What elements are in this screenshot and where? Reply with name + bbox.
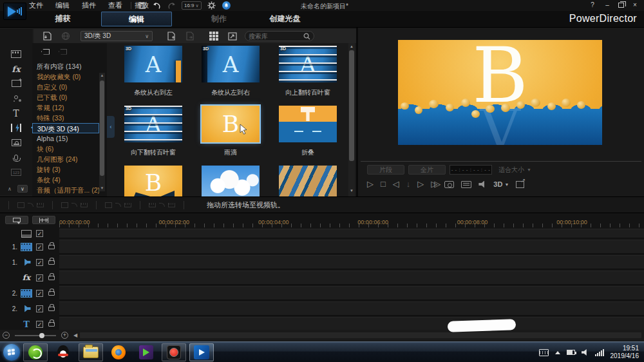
track-enable-checkbox[interactable]	[36, 321, 43, 328]
mode-tab[interactable]: 捕获	[35, 12, 90, 26]
previous-frame-button[interactable]: ◁	[393, 178, 399, 191]
category-item[interactable]: 几何图形 (24)	[32, 154, 99, 164]
transition-item[interactable]: B 雨滴	[192, 104, 269, 164]
title-room-icon[interactable]	[3, 106, 30, 120]
mode-tab[interactable]: 制作	[190, 12, 248, 26]
taskbar-powerdirector-icon[interactable]	[189, 343, 214, 361]
timeline-lane[interactable]	[59, 255, 644, 269]
track-lock-icon[interactable]	[48, 291, 55, 296]
timeline-lane[interactable]	[59, 317, 644, 331]
apply-fade-group-icon[interactable]	[17, 202, 44, 208]
track-enable-checkbox[interactable]	[36, 243, 43, 251]
scrollbar-thumb[interactable]	[349, 50, 354, 161]
new-folder-icon[interactable]	[167, 32, 176, 41]
scroll-left-icon[interactable]: ◀	[73, 332, 77, 338]
track-enable-checkbox[interactable]	[36, 274, 43, 281]
taskbar-explorer-icon[interactable]	[79, 343, 103, 361]
movie-mode-button[interactable]: 全片	[408, 165, 446, 175]
track-lock-icon[interactable]	[48, 245, 55, 249]
minimize-button[interactable]: –	[603, 1, 611, 8]
rail-scroll-up-icon[interactable]: ∧	[5, 185, 15, 193]
zoom-out-icon[interactable]: −	[3, 332, 10, 339]
3d-mode-dropdown[interactable]: 3D ▼	[493, 180, 509, 188]
taskbar-360-browser-icon[interactable]	[23, 343, 48, 361]
apply-all-group-icon[interactable]	[105, 202, 131, 208]
category-item[interactable]: 条纹 (4)	[32, 175, 99, 185]
stop-button[interactable]: □	[381, 178, 386, 191]
scroll-up-icon[interactable]: ▲	[99, 73, 105, 79]
taskbar-qq-icon[interactable]	[51, 343, 75, 361]
track-manager-button[interactable]	[32, 216, 55, 224]
settings-gear-icon[interactable]	[207, 1, 216, 10]
range-select-button[interactable]	[5, 216, 28, 224]
timecode-display[interactable]: - - : - - : - - : - -	[450, 165, 492, 175]
undock-preview-icon[interactable]	[516, 181, 524, 188]
track-enable-checkbox[interactable]	[36, 230, 43, 237]
start-button[interactable]	[3, 344, 20, 361]
category-item[interactable]: 常规 (12)	[32, 102, 99, 113]
overlay-room-icon[interactable]	[3, 77, 30, 90]
clip-mode-button[interactable]: 片段	[367, 165, 404, 175]
transition-item[interactable]: 3D A 向下翻转百叶窗	[115, 104, 192, 164]
category-item[interactable]: 音频（适用于音... (2)	[32, 185, 99, 195]
save-icon[interactable]	[137, 1, 146, 10]
taskbar-media-player-icon[interactable]	[134, 343, 158, 361]
scrollbar-thumb[interactable]	[100, 81, 104, 176]
tray-expand-icon[interactable]	[555, 351, 560, 354]
mode-tab[interactable]: 创建光盘	[251, 12, 319, 26]
scroll-down-icon[interactable]: ▼	[99, 186, 105, 191]
snapshot-camera-icon[interactable]	[444, 181, 454, 188]
track-enable-checkbox[interactable]	[36, 290, 43, 297]
download-templates-icon[interactable]	[61, 32, 70, 41]
transition-item[interactable]	[269, 164, 346, 196]
category-dropdown[interactable]: 3D/类 3D ∨	[80, 31, 153, 41]
track-lock-icon[interactable]	[48, 276, 55, 280]
transition-item[interactable]: 3D A 向上翻转百叶窗	[269, 44, 346, 104]
battery-icon[interactable]	[567, 350, 575, 355]
category-item[interactable]: 特殊 (33)	[32, 113, 99, 123]
play-button[interactable]: ▷	[367, 178, 374, 191]
random-apply-group-icon[interactable]	[149, 203, 175, 207]
aspect-ratio-dropdown[interactable]: 16:9 ∨	[182, 1, 202, 10]
search-input[interactable]	[249, 33, 303, 40]
tray-volume-icon[interactable]	[582, 349, 589, 356]
category-item[interactable]: 旋转 (3)	[32, 164, 99, 175]
undo-icon[interactable]	[152, 1, 161, 10]
timeline-lane[interactable]	[59, 286, 644, 300]
timeline-lane[interactable]	[59, 229, 644, 238]
network-signal-icon[interactable]	[595, 349, 604, 356]
step-button[interactable]: ↓	[406, 178, 411, 191]
collapse-panel-handle[interactable]: ‹	[107, 116, 115, 138]
volume-speaker-icon[interactable]	[478, 181, 486, 188]
edit-tag-icon[interactable]	[59, 49, 67, 55]
menu-item[interactable]: 插件	[82, 1, 96, 10]
pip-room-icon[interactable]	[3, 136, 30, 149]
transition-item[interactable]	[192, 164, 269, 196]
track-lock-icon[interactable]	[48, 260, 55, 265]
track-enable-checkbox[interactable]	[36, 305, 43, 312]
category-item[interactable]: 所有内容 (134)	[32, 61, 99, 71]
preview-quality-icon[interactable]	[461, 181, 471, 188]
close-button[interactable]: ×	[631, 1, 639, 8]
particle-room-icon[interactable]	[3, 91, 30, 105]
track-enable-checkbox[interactable]	[36, 259, 43, 266]
scroll-up-icon[interactable]: ▲	[348, 43, 355, 50]
timeline-lane[interactable]	[59, 301, 644, 316]
horizontal-scrollbar[interactable]	[80, 332, 641, 338]
category-item[interactable]: 已下载 (0)	[32, 92, 99, 102]
transition-item[interactable]: 折叠	[269, 104, 346, 164]
timeline-lane[interactable]	[59, 271, 644, 285]
menu-item[interactable]: 编辑	[55, 1, 70, 10]
zoom-in-icon[interactable]: +	[61, 332, 68, 339]
effects-room-icon[interactable]	[3, 62, 30, 75]
subtitle-room-icon[interactable]	[3, 166, 30, 179]
import-media-icon[interactable]	[43, 32, 52, 41]
notification-bell-icon[interactable]	[222, 1, 231, 10]
category-item[interactable]: 我的收藏夹 (0)	[32, 71, 99, 82]
input-method-icon[interactable]	[539, 349, 549, 356]
help-button[interactable]: ?	[589, 1, 596, 8]
track-lock-icon[interactable]	[48, 322, 55, 327]
timeline-lane[interactable]	[59, 240, 644, 254]
rail-scroll-down-icon[interactable]: ∨	[17, 185, 28, 193]
grid-view-icon[interactable]	[209, 32, 219, 41]
